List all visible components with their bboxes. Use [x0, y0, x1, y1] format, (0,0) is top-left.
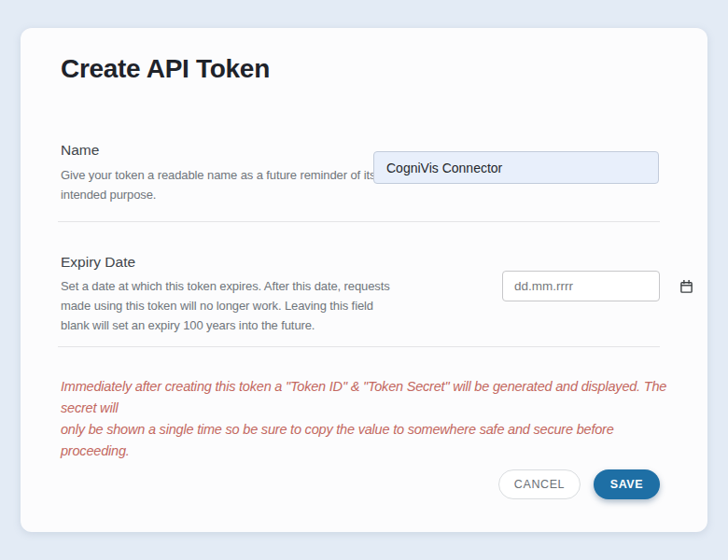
token-secret-note-line: only be shown a single time so be sure t…: [61, 419, 677, 462]
name-description-line: Give your token a readable name as a fut…: [61, 165, 406, 185]
name-field-description: Give your token a readable name as a fut…: [61, 165, 406, 204]
name-input[interactable]: [373, 151, 659, 184]
section-divider: [58, 346, 660, 347]
expiry-description-line: blank will set an expiry 100 years into …: [61, 315, 406, 335]
expiry-date-input[interactable]: [514, 279, 679, 293]
expiry-date-field-description: Set a date at which this token expires. …: [61, 276, 406, 335]
expiry-description-line: Set a date at which this token expires. …: [61, 276, 406, 296]
expiry-description-line: made using this token will no longer wor…: [61, 296, 406, 315]
expiry-date-input-wrapper[interactable]: [502, 271, 660, 301]
calendar-icon[interactable]: [679, 279, 693, 294]
dialog-actions: CANCEL SAVE: [498, 469, 660, 499]
create-api-token-dialog: Create API Token Name Give your token a …: [21, 28, 707, 532]
cancel-button[interactable]: CANCEL: [498, 469, 581, 499]
section-divider: [58, 221, 660, 222]
name-field-label: Name: [61, 140, 99, 161]
token-secret-note-line: Immediately after creating this token a …: [61, 376, 677, 419]
name-description-line: intended purpose.: [61, 185, 406, 204]
save-button[interactable]: SAVE: [594, 469, 660, 499]
expiry-date-field-label: Expiry Date: [61, 252, 135, 273]
page-title: Create API Token: [61, 50, 270, 88]
token-secret-note: Immediately after creating this token a …: [61, 376, 677, 462]
